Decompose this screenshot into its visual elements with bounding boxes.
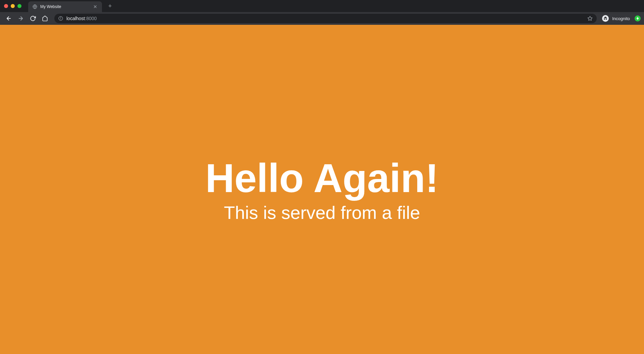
url-port: :8000	[85, 16, 97, 21]
browser-toolbar: localhost:8000 Incognito	[0, 12, 644, 25]
page-heading: Hello Again!	[205, 156, 439, 200]
window-title-bar: My Website ✕ +	[0, 0, 644, 12]
svg-point-3	[61, 17, 61, 18]
back-button[interactable]	[3, 13, 14, 24]
url-text: localhost:8000	[66, 16, 584, 21]
incognito-icon[interactable]	[602, 15, 609, 22]
toolbar-right-controls: Incognito	[602, 15, 641, 22]
forward-button[interactable]	[15, 13, 26, 24]
globe-icon	[32, 4, 38, 9]
home-button[interactable]	[40, 13, 50, 24]
window-minimize-button[interactable]	[11, 4, 15, 8]
address-bar[interactable]: localhost:8000	[54, 14, 597, 23]
browser-tab[interactable]: My Website ✕	[28, 1, 102, 12]
window-controls	[4, 4, 21, 8]
tab-title: My Website	[40, 4, 90, 9]
new-tab-button[interactable]: +	[106, 2, 114, 10]
page-content: Hello Again! This is served from a file	[0, 25, 644, 354]
window-close-button[interactable]	[4, 4, 8, 8]
incognito-label: Incognito	[612, 16, 630, 21]
page-subheading: This is served from a file	[224, 202, 420, 223]
bookmark-star-icon[interactable]	[587, 16, 593, 21]
site-info-icon[interactable]	[58, 16, 63, 21]
reload-button[interactable]	[28, 13, 38, 24]
svg-marker-4	[588, 16, 592, 20]
tab-close-button[interactable]: ✕	[93, 4, 98, 9]
url-host: localhost	[66, 16, 85, 21]
profile-badge[interactable]	[635, 15, 641, 21]
window-maximize-button[interactable]	[17, 4, 21, 8]
